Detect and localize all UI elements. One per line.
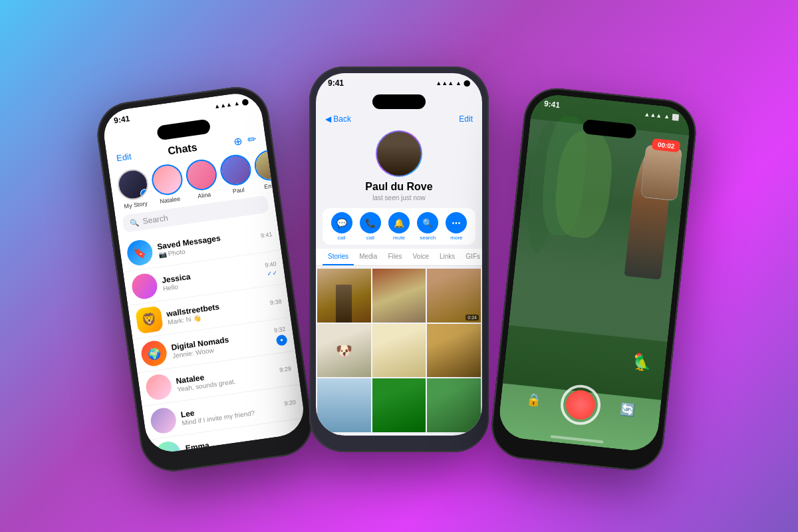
nomads-badge: ● xyxy=(276,334,288,346)
mute-label: mute xyxy=(393,235,405,241)
tab-links[interactable]: Links xyxy=(434,249,460,265)
mute-icon: 🔔 xyxy=(388,212,410,233)
tab-voice[interactable]: Voice xyxy=(408,249,434,265)
media-duration-3: 0:24 xyxy=(466,315,479,321)
signal-icons-2: ▲▲▲▲⬤ xyxy=(436,80,470,86)
tab-media[interactable]: Media xyxy=(354,249,382,265)
profile-avatar-ring xyxy=(376,130,422,177)
signal-icons-3: ▲▲▲▲⬜ xyxy=(644,110,679,120)
profile-status: last seen just now xyxy=(372,194,426,201)
emma-avatar xyxy=(154,440,182,456)
more-label: more xyxy=(450,235,462,241)
profile-nav: ◀ Back Edit xyxy=(316,112,482,128)
saved-messages-meta: 9:41 xyxy=(260,231,273,239)
profile-edit-button[interactable]: Edit xyxy=(459,114,473,124)
action-more[interactable]: ••• more xyxy=(444,212,469,241)
media-cell-9[interactable] xyxy=(427,378,481,432)
pip-video xyxy=(640,144,682,201)
story-emma-label: Emma xyxy=(264,181,273,190)
lee-content: Lee Mind if I invite my friend? xyxy=(180,396,281,426)
media-cell-5[interactable] xyxy=(372,324,426,378)
media-cell-6[interactable] xyxy=(427,324,481,378)
lock-icon[interactable]: 🔒 xyxy=(522,388,545,412)
record-button-inner xyxy=(565,389,597,421)
pip-content xyxy=(641,145,682,200)
phone-chats: 9:41 ▲▲▲ ▲ ⬤ Edit Chats ⊕ ✏ xyxy=(93,82,316,475)
natalee-avatar xyxy=(144,373,173,402)
profile-name: Paul du Rove xyxy=(365,181,432,193)
jessica-avatar xyxy=(130,272,159,301)
parrot-decoration: 🦜 xyxy=(631,352,653,372)
tab-gifs[interactable]: GIFs xyxy=(460,249,482,265)
media-cell-3[interactable]: 0:24 xyxy=(427,269,481,323)
flip-camera-icon[interactable]: 🔄 xyxy=(616,398,639,422)
nomads-time: 9:32 xyxy=(273,325,286,333)
emma-meta: 9:12 xyxy=(289,432,301,440)
media-cell-4[interactable]: 🐶 xyxy=(317,324,371,378)
jessica-time: 9:40 xyxy=(264,260,277,268)
saved-messages-content: Saved Messages 📷 Photo xyxy=(156,228,257,258)
video-call-label: call xyxy=(338,235,346,241)
nomads-meta: 9:32 ● xyxy=(273,325,287,346)
media-grid: 0:24 🐶 xyxy=(316,267,482,434)
chat-list: 🔖 Saved Messages 📷 Photo 9:41 Jessica He… xyxy=(118,217,307,455)
call-label: call xyxy=(366,235,374,241)
time-3: 9:41 xyxy=(543,99,560,110)
natalee-meta: 9:29 xyxy=(279,365,292,373)
saved-messages-avatar: 🔖 xyxy=(126,239,154,267)
camera-screen: 9:41 ▲▲▲▲⬜ 00:02 🦜 🔒 🔄 xyxy=(497,92,692,453)
add-story-badge: + xyxy=(140,188,150,199)
story-alina-label: Alina xyxy=(198,191,211,200)
search-action-icon: 🔍 xyxy=(417,212,438,233)
back-button[interactable]: ◀ Back xyxy=(325,114,351,124)
jessica-read: ✓✓ xyxy=(267,269,278,277)
chats-title: Chats xyxy=(167,141,198,157)
dynamic-island-2 xyxy=(372,94,426,109)
story-paul-label: Paul xyxy=(232,186,245,194)
story-emma[interactable]: Emma xyxy=(253,148,273,192)
wsb-content: wallstreetbets Mark: hi 👋 xyxy=(166,295,266,325)
action-search[interactable]: 🔍 search xyxy=(416,212,440,241)
status-bar-2: 9:41 ▲▲▲▲⬤ xyxy=(316,73,482,90)
lee-avatar xyxy=(149,406,178,435)
time-1: 9:41 xyxy=(113,114,130,125)
profile-actions: 💬 call 📞 call 🔔 mute 🔍 search ••• xyxy=(323,208,475,245)
my-story-label: My Story xyxy=(124,200,148,210)
media-cell-2[interactable] xyxy=(372,269,426,323)
story-natalee[interactable]: Natalee xyxy=(150,162,186,205)
action-mute[interactable]: 🔔 mute xyxy=(386,212,411,241)
action-call[interactable]: 📞 call xyxy=(358,212,382,241)
time-2: 9:41 xyxy=(328,78,344,88)
video-call-icon: 💬 xyxy=(331,212,352,233)
tab-files[interactable]: Files xyxy=(382,249,407,265)
action-video-call[interactable]: 💬 call xyxy=(329,212,354,241)
media-cell-8[interactable] xyxy=(372,378,426,432)
story-alina[interactable]: Alina xyxy=(184,158,220,201)
new-chat-icon[interactable]: ⊕ xyxy=(233,134,243,148)
profile-header: Paul du Rove last seen just now xyxy=(316,128,482,208)
edit-button[interactable]: Edit xyxy=(116,151,132,163)
natalee-content: Natalee Yeah, sounds great. xyxy=(176,362,276,392)
tab-bar: 👤 Contacts 📞 Calls 💬 2 Chats ⚙️ Setti xyxy=(152,452,307,455)
my-story-item[interactable]: + My Story xyxy=(116,167,152,210)
emma-content: Emma I hope you're enjoying your day as … xyxy=(185,430,285,455)
lee-meta: 9:20 xyxy=(284,399,297,407)
phone-profile: 9:41 ▲▲▲▲⬤ ◀ Back Edit Paul du Rove xyxy=(309,66,489,452)
wsb-avatar: 🦁 xyxy=(135,306,164,334)
record-button[interactable] xyxy=(559,383,602,427)
profile-avatar xyxy=(377,132,421,176)
story-paul[interactable]: Paul xyxy=(218,153,254,196)
header-icons: ⊕ ✏ xyxy=(233,132,257,148)
compose-icon[interactable]: ✏ xyxy=(247,132,257,146)
profile-screen: 9:41 ▲▲▲▲⬤ ◀ Back Edit Paul du Rove xyxy=(316,73,482,436)
search-icon: 🔍 xyxy=(129,217,140,227)
wsb-meta: 9:38 xyxy=(269,298,282,306)
emma-time: 9:12 xyxy=(289,432,301,440)
emma-name: Emma xyxy=(185,430,284,453)
profile-photo xyxy=(377,132,421,176)
media-cell-7[interactable] xyxy=(317,378,371,432)
nomads-avatar: 🌍 xyxy=(140,339,168,368)
tab-stories[interactable]: Stories xyxy=(323,249,354,265)
media-cell-1[interactable] xyxy=(317,269,371,323)
lee-time: 9:20 xyxy=(284,399,297,407)
